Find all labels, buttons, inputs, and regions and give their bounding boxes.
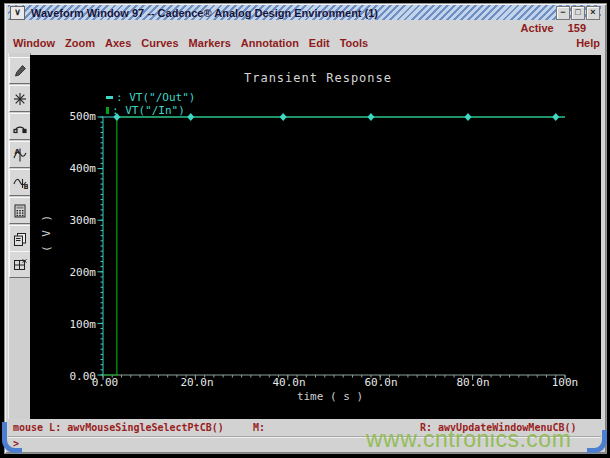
waveform-plot-area[interactable]: Transient Response : VT("/Out") : VT("/I… (30, 55, 601, 419)
titlebar: ∨ Waveform Window 97 -- Cadence® Analog … (8, 5, 601, 20)
maximize-button[interactable]: □ (571, 6, 585, 20)
mouse-middle-binding: M: (253, 422, 265, 433)
minimize-button[interactable]: − (556, 6, 570, 20)
x-axis-label: time ( s ) (270, 390, 390, 403)
menu-tools[interactable]: Tools (340, 37, 369, 52)
blue-corner-bottom-left (2, 422, 22, 453)
copy-window-button[interactable] (9, 225, 31, 252)
split-window-button[interactable] (9, 251, 31, 278)
legend-colon: : (112, 104, 119, 117)
calculator-button[interactable] (9, 197, 31, 224)
x-tick-label: 40.0n (266, 377, 312, 389)
arc-icon (12, 119, 28, 135)
maximize-icon: □ (575, 8, 580, 17)
close-button[interactable]: × (586, 6, 600, 20)
svg-text:B: B (24, 183, 29, 191)
menu-window[interactable]: Window (13, 37, 55, 52)
calculator-icon (12, 203, 28, 219)
y-tick-label: 200m (54, 267, 96, 279)
copy-pages-icon (12, 231, 28, 247)
probe-button[interactable] (9, 57, 31, 84)
menu-curves[interactable]: Curves (141, 37, 178, 52)
minimize-icon: − (560, 8, 565, 17)
menu-annotation[interactable]: Annotation (241, 37, 299, 52)
x-tick-label: 20.0n (174, 377, 220, 389)
marker-b-button[interactable]: B (9, 169, 31, 196)
waveform-a-icon: A (12, 147, 28, 163)
plot-title: Transient Response (198, 71, 438, 85)
y-tick-label: 100m (54, 319, 96, 331)
menu-help[interactable]: Help (576, 37, 600, 52)
active-label: Active (521, 22, 554, 36)
y-axis-label: ( V ) (40, 207, 54, 259)
active-status-row: Active 159 (521, 22, 586, 36)
legend-colon: : (116, 91, 123, 104)
y-tick-label: 300m (54, 215, 96, 227)
y-tick-label: 400m (54, 163, 96, 175)
menu-markers[interactable]: Markers (189, 37, 231, 52)
active-count: 159 (568, 22, 586, 36)
legend-in-label: VT("/In") (125, 104, 185, 117)
x-tick-label: 0.00 (82, 377, 128, 389)
menubar: Window Zoom Axes Curves Markers Annotati… (13, 37, 600, 52)
waveform-b-icon: B (12, 175, 28, 191)
menu-zoom[interactable]: Zoom (65, 37, 95, 52)
x-tick-label: 60.0n (358, 377, 404, 389)
arc-marker-button[interactable] (9, 113, 31, 140)
x-tick-label: 80.0n (450, 377, 496, 389)
menu-edit[interactable]: Edit (309, 37, 330, 52)
close-icon: × (590, 8, 595, 17)
zoom-fit-button[interactable] (9, 85, 31, 112)
star-burst-icon (12, 91, 28, 107)
window-scissors-icon (12, 257, 28, 273)
legend-item-in[interactable]: : VT("/In") (106, 104, 185, 116)
toolbar-column: A B (8, 53, 31, 419)
out-trace-swatch-icon (106, 96, 113, 99)
marker-a-button[interactable]: A (9, 141, 31, 168)
probe-pen-icon (12, 63, 28, 79)
watermark: www.cntronics.com (366, 426, 606, 453)
legend-item-out[interactable]: : VT("/Out") (106, 91, 195, 103)
mouse-left-binding: mouse L: awvMouseSingleSelectPtCB() (13, 422, 224, 433)
screen: ∨ Waveform Window 97 -- Cadence® Analog … (0, 0, 610, 458)
window-title: Waveform Window 97 -- Cadence® Analog De… (31, 7, 378, 19)
menu-axes[interactable]: Axes (105, 37, 131, 52)
in-trace-swatch-icon (106, 107, 109, 114)
chevron-down-icon: ∨ (14, 8, 21, 17)
x-tick-label: 100n (542, 377, 588, 389)
window-menu-button[interactable]: ∨ (10, 6, 25, 20)
y-tick-label: 500m (54, 111, 96, 123)
legend-out-label: VT("/Out") (129, 91, 195, 104)
svg-text:A: A (15, 148, 21, 156)
